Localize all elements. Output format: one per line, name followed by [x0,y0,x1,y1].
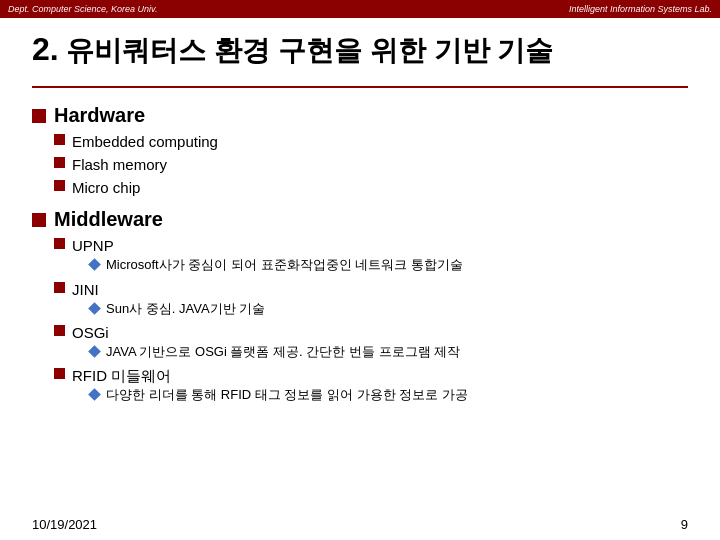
sub-bullet [54,134,65,145]
sub-sub-item-text: Sun사 중심. JAVA기반 기술 [106,300,265,318]
title-number: 2. [32,31,59,67]
sub-bullet [54,282,65,293]
middleware-bullet [32,213,46,227]
sub-item-text: Embedded computing [72,131,218,152]
sub-bullet [54,325,65,336]
list-item: JAVA 기반으로 OSGi 플랫폼 제공. 간단한 번들 프로그램 제작 [90,343,460,361]
list-item: Microsoft사가 중심이 되어 표준화작업중인 네트워크 통합기술 [90,256,463,274]
title-text: 유비쿼터스 환경 구현을 위한 기반 기술 [66,35,553,66]
sub-sub-item-text: 다양한 리더를 통해 RFID 태그 정보를 읽어 가용한 정보로 가공 [106,386,468,404]
slide-title: 2. 유비쿼터스 환경 구현을 위한 기반 기술 [32,30,688,68]
rfid-sub-sub-items: 다양한 리더를 통해 RFID 태그 정보를 읽어 가용한 정보로 가공 [90,386,468,404]
sub-bullet [54,368,65,379]
middleware-sub-items: UPNP Microsoft사가 중심이 되어 표준화작업중인 네트워크 통합기… [54,235,688,406]
header-left: Dept. Computer Science, Korea Univ. [8,4,157,14]
sub-item-text: UPNP [72,237,114,254]
upnp-sub-sub-items: Microsoft사가 중심이 되어 표준화작업중인 네트워크 통합기술 [90,256,463,274]
sub-item-text: Flash memory [72,154,167,175]
header-bar: Dept. Computer Science, Korea Univ. Inte… [0,0,720,18]
osgi-sub-sub-items: JAVA 기반으로 OSGi 플랫폼 제공. 간단한 번들 프로그램 제작 [90,343,460,361]
sub-bullet [54,157,65,168]
list-item: Flash memory [54,154,688,175]
title-divider [32,86,688,88]
sub-bullet [54,180,65,191]
list-item: JINI Sun사 중심. JAVA기반 기술 [54,279,688,320]
list-item: Micro chip [54,177,688,198]
list-item: Sun사 중심. JAVA기반 기술 [90,300,265,318]
section-middleware-header: Middleware [32,208,688,231]
footer-date: 10/19/2021 [32,517,97,532]
middleware-title: Middleware [54,208,163,231]
list-item: 다양한 리더를 통해 RFID 태그 정보를 읽어 가용한 정보로 가공 [90,386,468,404]
section-hardware: Hardware Embedded computing Flash memory… [32,104,688,198]
sub-sub-item-text: Microsoft사가 중심이 되어 표준화작업중인 네트워크 통합기술 [106,256,463,274]
main-content: 2. 유비쿼터스 환경 구현을 위한 기반 기술 Hardware Embedd… [0,18,720,428]
diamond-bullet [88,388,101,401]
sub-bullet [54,238,65,249]
hardware-title: Hardware [54,104,145,127]
sub-item-text: Micro chip [72,177,140,198]
hardware-bullet [32,109,46,123]
footer-page: 9 [681,517,688,532]
sub-item-text: RFID 미들웨어 [72,367,171,384]
header-right: Intelligent Information Systems Lab. [569,4,712,14]
list-item: UPNP Microsoft사가 중심이 되어 표준화작업중인 네트워크 통합기… [54,235,688,276]
hardware-sub-items: Embedded computing Flash memory Micro ch… [54,131,688,198]
diamond-bullet [88,302,101,315]
section-hardware-header: Hardware [32,104,688,127]
list-item: OSGi JAVA 기반으로 OSGi 플랫폼 제공. 간단한 번들 프로그램 … [54,322,688,363]
sub-item-text: OSGi [72,324,109,341]
sub-item-text: JINI [72,281,99,298]
diamond-bullet [88,259,101,272]
footer: 10/19/2021 9 [32,517,688,532]
list-item: RFID 미들웨어 다양한 리더를 통해 RFID 태그 정보를 읽어 가용한 … [54,365,688,406]
diamond-bullet [88,345,101,358]
section-middleware: Middleware UPNP Microsoft사가 중심이 되어 표준화작업… [32,208,688,406]
list-item: Embedded computing [54,131,688,152]
sub-sub-item-text: JAVA 기반으로 OSGi 플랫폼 제공. 간단한 번들 프로그램 제작 [106,343,460,361]
jini-sub-sub-items: Sun사 중심. JAVA기반 기술 [90,300,265,318]
